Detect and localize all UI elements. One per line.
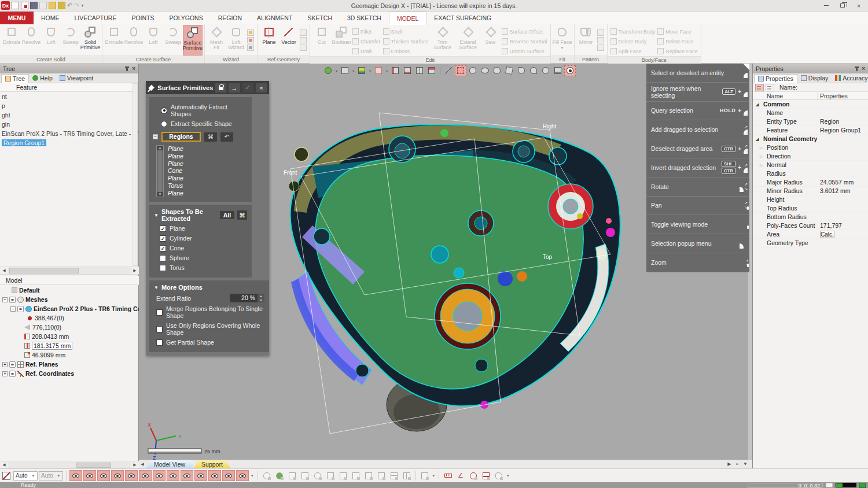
- extend-surface-button[interactable]: Extend Surface: [455, 25, 481, 56]
- delete-face-button[interactable]: Delete Face: [656, 36, 699, 46]
- curve-pattern-icon[interactable]: [597, 45, 604, 51]
- model-item-face-count[interactable]: 776,110(0): [0, 323, 139, 332]
- transform-body-button[interactable]: Transform Body: [609, 27, 657, 36]
- thicken-surface-button[interactable]: Thicken Surface: [382, 36, 430, 46]
- model-tree-horizontal-scrollbar[interactable]: ◀ ▶: [0, 461, 139, 468]
- region-list-item[interactable]: Torus: [168, 182, 247, 190]
- toggle-surface-body-visibility-icon[interactable]: [111, 470, 124, 481]
- select-all-shapes-button[interactable]: All: [220, 211, 234, 219]
- tab-points[interactable]: POINTS: [124, 12, 161, 24]
- mesh-deviation-icon[interactable]: [493, 471, 505, 481]
- visibility-eye-icon[interactable]: [17, 306, 24, 312]
- lasso-select-icon[interactable]: [503, 65, 515, 76]
- pick-datum-icon[interactable]: [388, 471, 400, 481]
- checkbox-merge-regions[interactable]: Merge Regions Belonging To Single Shape: [156, 305, 264, 319]
- toggle-mesh-visibility-icon[interactable]: [69, 470, 82, 481]
- extrude-surface-button[interactable]: Extrude: [104, 25, 124, 56]
- checkbox-get-partial-shape[interactable]: Get Partial Shape: [156, 339, 264, 346]
- checkbox-plane[interactable]: ✓Plane: [160, 225, 247, 232]
- region-list-scrollbar[interactable]: ▲▼: [156, 145, 164, 197]
- region-list-item[interactable]: Plane: [168, 190, 247, 197]
- checkbox-sphere[interactable]: Sphere: [160, 254, 247, 261]
- move-face-button[interactable]: Move Face: [656, 27, 699, 36]
- pick-mesh-icon[interactable]: [261, 471, 273, 481]
- tab-model-view[interactable]: Model View: [146, 460, 193, 468]
- visible-only-select-icon[interactable]: [564, 65, 576, 76]
- model-item-ref-coordinates[interactable]: +Ref. Coordinates: [0, 369, 139, 378]
- loft-wizard-button[interactable]: Loft Wizard: [226, 25, 246, 56]
- sort-alphabetical-icon[interactable]: [766, 84, 774, 91]
- toggle-ref-coordinate-visibility-icon[interactable]: [208, 470, 221, 481]
- pick-filter-more-icon[interactable]: ▾: [433, 474, 435, 478]
- pick-loop-icon[interactable]: [312, 471, 323, 481]
- mirror-button[interactable]: Mirror: [576, 25, 596, 56]
- visibility-more-icon[interactable]: ▾: [251, 474, 253, 478]
- toggle-region-visibility-icon[interactable]: [97, 470, 110, 481]
- dialog-ok-button[interactable]: ✓: [242, 83, 253, 93]
- ref-plane-button[interactable]: Plane: [259, 25, 279, 56]
- minimize-button[interactable]: [818, 1, 834, 11]
- tab-region[interactable]: REGION: [211, 12, 249, 24]
- pick-surface-body-icon[interactable]: [337, 471, 349, 481]
- region-color-dropdown-icon[interactable]: ▾: [368, 69, 372, 73]
- dialog-lock-button[interactable]: [215, 83, 226, 93]
- regions-collapse-icon[interactable]: −: [153, 134, 158, 139]
- exploded-view-icon[interactable]: [426, 65, 437, 76]
- split-face-button[interactable]: Split Face: [609, 46, 657, 56]
- dialog-next-stage-button[interactable]: →: [229, 83, 240, 93]
- tab-list-icon[interactable]: ▼: [743, 460, 748, 468]
- region-reset-icon[interactable]: ↶: [220, 132, 233, 142]
- pick-vertex-icon[interactable]: [286, 471, 298, 481]
- ref-coordinate-icon[interactable]: [300, 45, 307, 51]
- rectangle-select-icon[interactable]: [455, 65, 466, 76]
- fill-face-dropdown-icon[interactable]: ▾: [561, 46, 564, 50]
- ref-vector-button[interactable]: Vector: [279, 25, 299, 56]
- linear-pattern-icon[interactable]: [597, 29, 604, 36]
- flood-select-icon[interactable]: [540, 65, 551, 76]
- view-orientation-dropdown-icon[interactable]: ▾: [334, 69, 339, 73]
- tree-item[interactable]: ght: [0, 110, 138, 120]
- model-item-size-y[interactable]: 181.3175 mm: [0, 341, 139, 350]
- tree-vertical-scrollbar[interactable]: [133, 83, 138, 266]
- dialog-header[interactable]: Surface Primitives → ✓ ×: [146, 81, 269, 94]
- ref-polyline-icon[interactable]: [300, 37, 307, 43]
- menu-button[interactable]: MENU: [0, 12, 34, 24]
- tab-exact-surfacing[interactable]: EXACT SURFACING: [426, 12, 499, 24]
- boolean-button[interactable]: Boolean: [332, 25, 351, 56]
- extrude-wizard-icon[interactable]: [247, 29, 254, 36]
- circle-select-icon[interactable]: [467, 65, 479, 76]
- tab-scroll-left-icon[interactable]: ◀: [139, 460, 146, 468]
- property-group-common[interactable]: ◢Common: [753, 100, 868, 109]
- close-button[interactable]: ×: [851, 1, 867, 11]
- measure-radius-icon[interactable]: [468, 471, 479, 481]
- mesh-fit-button[interactable]: Mesh Fit: [207, 25, 226, 56]
- restore-button[interactable]: [834, 1, 851, 11]
- section-bottom-icon[interactable]: [402, 65, 413, 76]
- selection-target-combo[interactable]: Auto▾: [39, 471, 63, 480]
- extrude-solid-button[interactable]: Extrude: [2, 25, 21, 56]
- toggle-sketch-visibility-icon[interactable]: [139, 470, 152, 481]
- pick-region-icon[interactable]: [274, 471, 285, 481]
- pick-ref-geometry-icon[interactable]: [376, 471, 387, 481]
- tree-item[interactable]: gin: [0, 120, 138, 129]
- replace-face-button[interactable]: Replace Face: [656, 46, 699, 56]
- radio-specific-shape[interactable]: Extract Specific Shape: [161, 120, 247, 127]
- checkbox-torus[interactable]: Torus: [160, 264, 247, 271]
- toggle-annotation-visibility-icon[interactable]: [222, 470, 235, 481]
- sort-category-icon[interactable]: [755, 84, 764, 91]
- toggle-ref-plane-visibility-icon[interactable]: [194, 470, 207, 481]
- emboss-button[interactable]: Emboss: [382, 46, 430, 56]
- region-shape-list[interactable]: ▲▼ Plane Plane Plane Cone Plane Torus Pl…: [156, 145, 247, 197]
- selection-mode-combo[interactable]: Auto▾: [13, 471, 38, 480]
- model-item-default[interactable]: Default: [0, 286, 139, 295]
- measure-more-icon[interactable]: ▾: [507, 474, 509, 478]
- model-item-meshes[interactable]: −Meshes: [0, 295, 139, 304]
- pick-edge-icon[interactable]: [299, 471, 311, 481]
- sweep-solid-button[interactable]: Sweep: [61, 25, 80, 56]
- region-list-item[interactable]: Plane: [168, 175, 247, 182]
- pick-sketch-icon[interactable]: [363, 471, 374, 481]
- tab-help[interactable]: Help: [29, 73, 56, 83]
- checkbox-cone[interactable]: ✓Cone: [160, 245, 247, 252]
- radio-selected-icon[interactable]: [161, 108, 167, 114]
- trim-surface-button[interactable]: Trim Surface: [430, 25, 455, 56]
